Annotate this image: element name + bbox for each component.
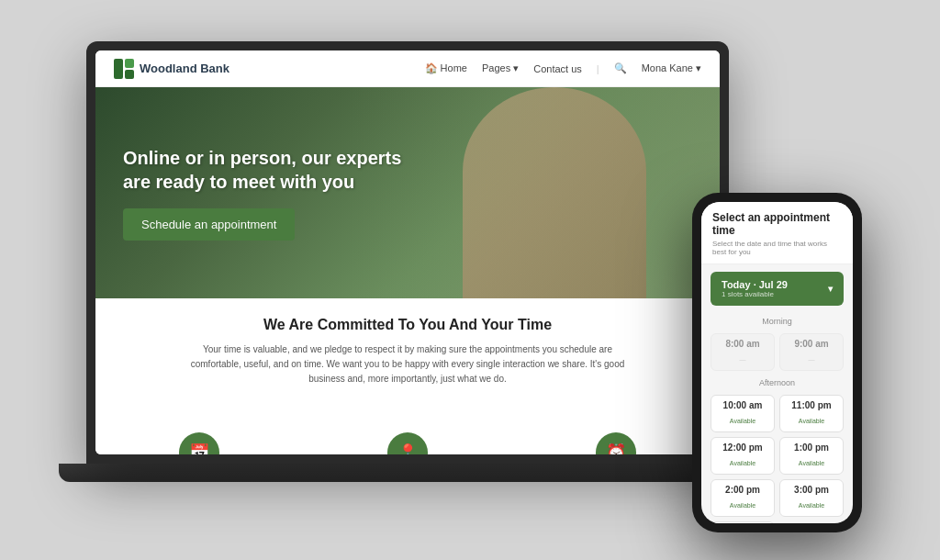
phone-screen: Select an appointment time Select the da… (701, 202, 853, 523)
phone: Select an appointment time Select the da… (692, 193, 862, 532)
date-sub-label: 1 slots available (722, 290, 788, 298)
morning-label: Morning (701, 313, 853, 330)
chevron-down-icon: ▾ (828, 284, 833, 294)
time-slot-1200pm[interactable]: 12:00 pm Available (711, 437, 775, 475)
date-label: Today · Jul 29 (722, 279, 788, 290)
feature-scheduling: 📅 Stress-Free Scheduling Our online sche… (117, 432, 282, 454)
laptop: Woodland Bank 🏠 Home Pages ▾ Contact us … (86, 41, 784, 519)
time-slot-900am[interactable]: 9:00 am — (779, 333, 844, 371)
avail-1000am: Available (730, 418, 755, 424)
time-slot-300pm[interactable]: 3:00 pm Available (779, 479, 844, 517)
hero-content: Online or in person, our experts are rea… (95, 118, 444, 268)
avail-300pm: Available (799, 502, 824, 509)
nav-logo-text: Woodland Bank (140, 62, 229, 75)
phone-subtitle: Select the date and time that works best… (712, 240, 842, 256)
time-100pm: 1:00 pm (786, 442, 837, 453)
reminders-icon: ⏰ (596, 432, 636, 454)
morning-time-slots: 8:00 am — 9:00 am — (701, 330, 853, 375)
nav-links: 🏠 Home Pages ▾ Contact us | 🔍 Mona Kane … (425, 62, 701, 74)
avail-1100pm: Available (799, 418, 824, 424)
phone-content: Select an appointment time Select the da… (701, 202, 853, 523)
afternoon-time-slots: 10:00 am Available 11:00 pm Available 12… (701, 391, 853, 523)
laptop-screen: Woodland Bank 🏠 Home Pages ▾ Contact us … (95, 50, 720, 454)
website-hero: Online or in person, our experts are rea… (95, 87, 720, 298)
feature-reminders: ⏰ Timely Reminders Our automated confirm… (533, 432, 699, 454)
laptop-body: Woodland Bank 🏠 Home Pages ▾ Contact us … (86, 41, 729, 464)
avail-1200pm: Available (730, 460, 755, 466)
scheduling-icon: 📅 (179, 432, 219, 454)
avail-900am: — (809, 356, 815, 363)
nav-search[interactable]: 🔍 (614, 62, 627, 74)
phone-title: Select an appointment time (712, 211, 842, 237)
nav-separator: | (597, 63, 599, 74)
time-slot-800am[interactable]: 8:00 am — (711, 333, 775, 371)
time-800am: 8:00 am (717, 339, 768, 349)
commitment-section: We Are Committed To You And Your Time Yo… (95, 298, 720, 423)
branches-icon: 📍 (387, 432, 428, 454)
nav-pages[interactable]: Pages ▾ (482, 62, 519, 74)
scene: Woodland Bank 🏠 Home Pages ▾ Contact us … (0, 0, 940, 560)
date-label-container: Today · Jul 29 1 slots available (722, 279, 788, 298)
nav-contact[interactable]: Contact us (533, 63, 582, 74)
time-slot-100pm[interactable]: 1:00 pm Available (779, 437, 844, 475)
time-slot-200pm[interactable]: 2:00 pm Available (711, 479, 775, 517)
time-1200pm: 12:00 pm (717, 442, 768, 453)
svg-rect-1 (125, 59, 134, 68)
nav-home[interactable]: 🏠 Home (425, 62, 467, 74)
avail-100pm: Available (799, 460, 824, 466)
commitment-description: Your time is valuable, and we pledge to … (178, 342, 637, 386)
svg-rect-0 (114, 59, 123, 79)
afternoon-label: Afternoon (701, 375, 853, 391)
nav-logo: Woodland Bank (114, 59, 229, 79)
time-slot-1000am[interactable]: 10:00 am Available (711, 395, 775, 432)
time-300pm: 3:00 pm (786, 485, 837, 495)
hero-title: Online or in person, our experts are rea… (123, 146, 417, 194)
features-section: 📅 Stress-Free Scheduling Our online sche… (95, 423, 720, 454)
time-1100pm: 11:00 pm (786, 400, 837, 410)
phone-header: Select an appointment time Select the da… (701, 202, 853, 264)
schedule-appointment-button[interactable]: Schedule an appointment (123, 208, 295, 241)
laptop-base (59, 464, 756, 482)
date-selector-button[interactable]: Today · Jul 29 1 slots available ▾ (711, 272, 844, 306)
hero-person-image (463, 87, 646, 298)
time-200pm: 2:00 pm (717, 485, 768, 495)
avail-200pm: Available (730, 502, 755, 509)
svg-rect-2 (125, 70, 134, 79)
time-900am: 9:00 am (786, 339, 837, 349)
time-slot-1100pm[interactable]: 11:00 pm Available (779, 395, 844, 432)
feature-branches: 📍 Nearby Branches We make it easy to cho… (325, 432, 490, 454)
avail-800am: — (740, 356, 746, 363)
commitment-title: We Are Committed To You And Your Time (123, 317, 692, 333)
website-nav: Woodland Bank 🏠 Home Pages ▾ Contact us … (95, 50, 720, 87)
time-slot-400pm[interactable]: 4:00 pm Available (711, 521, 775, 523)
time-1000am: 10:00 am (717, 400, 768, 410)
nav-user[interactable]: Mona Kane ▾ (642, 62, 701, 74)
